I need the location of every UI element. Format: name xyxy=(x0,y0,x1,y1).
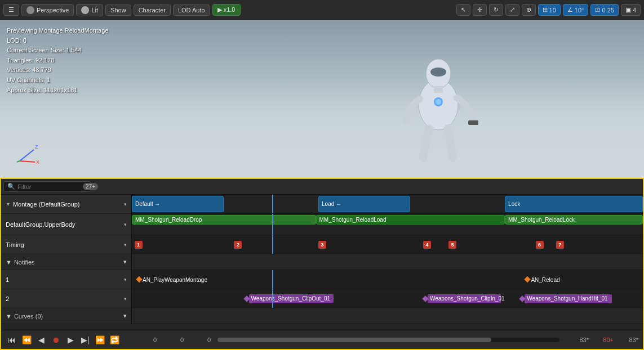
show-label: Show xyxy=(110,7,126,14)
timing-num-6[interactable]: 6 xyxy=(536,241,544,249)
clip-reload-drop[interactable]: MM_Shotgun_ReloadDrop xyxy=(132,215,316,225)
notify-2-label-text: 2 xyxy=(6,295,9,302)
robot-figure xyxy=(385,37,492,172)
play-button[interactable]: ▶ x1.0 xyxy=(212,4,241,16)
montage-label: ▼ Montage (DefaultGroup) ▾ xyxy=(1,195,132,213)
curves-dropdown-icon[interactable]: ▾ xyxy=(123,312,127,320)
notify-clipin-bar: Weapons_Shotgun_ClipIn_01 xyxy=(428,294,501,303)
montage-label-text: Montage (DefaultGroup) xyxy=(13,201,80,208)
record-button[interactable]: ⏺ xyxy=(50,334,62,346)
notify-clipin[interactable]: Weapons_Shotgun_ClipIn_01 xyxy=(423,294,501,303)
timing-num-2[interactable]: 2 xyxy=(234,241,242,249)
timing-num-4[interactable]: 4 xyxy=(423,241,431,249)
info-line6: UV Channels: 1 xyxy=(7,75,108,86)
notify-1-track[interactable]: AN_PlayWeaponMontage AN_Reload xyxy=(132,270,643,289)
expand-montage-icon[interactable]: ▼ xyxy=(6,201,11,207)
character-button[interactable]: Character xyxy=(134,5,171,16)
lit-button[interactable]: Lit xyxy=(76,4,103,16)
notify-play-weapon-diamond xyxy=(136,276,142,282)
notify-2-label: 2 ▾ xyxy=(1,289,132,308)
filter-input[interactable] xyxy=(17,183,79,190)
zoom-button[interactable]: ⊡ 0.25 xyxy=(590,4,618,16)
next-frame-button[interactable]: ⏩ xyxy=(94,334,106,346)
section-lock[interactable]: Lock xyxy=(505,196,643,212)
filter-box: 🔍 27+ xyxy=(3,181,91,192)
rotate-tool[interactable]: ↻ xyxy=(489,4,503,16)
timing-num-5[interactable]: 5 xyxy=(448,241,456,249)
notifies-expand-icon[interactable]: ▼ xyxy=(6,259,12,266)
clip-reload-lock-label: MM_Shotgun_ReloadLock xyxy=(508,217,575,223)
notify-clipout-bar: Weapons_Shotgun_ClipOut_01 xyxy=(249,294,334,303)
notifies-label-text: Notifies xyxy=(14,259,35,266)
notifies-dropdown-icon[interactable]: ▾ xyxy=(123,258,127,266)
playback-scrollbar[interactable] xyxy=(217,338,559,342)
timing-num-7[interactable]: 7 xyxy=(556,241,564,249)
timing-dropdown-icon[interactable]: ▾ xyxy=(124,242,127,248)
section-load[interactable]: Load ← xyxy=(318,196,410,212)
notify-2-track[interactable]: Weapons_Shotgun_ClipOut_01 Weapons_Shotg… xyxy=(132,289,643,308)
section-default[interactable]: Default → xyxy=(132,196,224,212)
montage-track[interactable]: Default → Load ← Lock xyxy=(132,195,643,213)
svg-rect-7 xyxy=(434,86,443,93)
section-lock-label: Lock xyxy=(508,201,520,207)
toolbar-right: ↖ ✛ ↻ ⤢ ⊕ ⊞ 10 ∠ 10° ⊡ 0.25 ▣ 4 xyxy=(456,4,641,16)
timing-num-1[interactable]: 1 xyxy=(135,241,143,249)
scale-tool[interactable]: ⤢ xyxy=(505,4,519,16)
move-tool[interactable]: ✛ xyxy=(473,4,487,16)
play-pause-button[interactable]: ▶ xyxy=(64,334,77,346)
prev-frame-button[interactable]: ⏪ xyxy=(20,334,33,346)
timing-row: Timing ▾ 1 2 3 4 5 6 7 xyxy=(1,235,643,254)
notify-clipout[interactable]: Weapons_Shotgun_ClipOut_01 xyxy=(245,294,334,303)
screen-button[interactable]: ▣ 4 xyxy=(621,4,641,16)
notify-play-weapon-label: AN_PlayWeaponMontage xyxy=(143,276,207,282)
timing-track[interactable]: 1 2 3 4 5 6 7 xyxy=(132,235,643,254)
timeline-rows: ▼ Montage (DefaultGroup) ▾ Default → Loa… xyxy=(1,195,643,330)
next-button[interactable]: ▶| xyxy=(79,334,91,346)
show-button[interactable]: Show xyxy=(105,5,131,16)
lod-button[interactable]: LOD Auto xyxy=(173,5,210,16)
montage-dropdown-icon[interactable]: ▾ xyxy=(124,201,127,207)
upperbody-track[interactable]: MM_Shotgun_ReloadDrop MM_Shotgun_ReloadL… xyxy=(132,214,643,235)
svg-point-11 xyxy=(430,68,446,77)
notify-play-weapon[interactable]: AN_PlayWeaponMontage xyxy=(137,276,207,282)
loop-button[interactable]: 🔁 xyxy=(108,334,121,346)
pb-time-mid: 0 xyxy=(161,336,184,343)
viewport-info: Previewing Montage ReloadMontage LOD: 0 … xyxy=(7,26,108,95)
upperbody-dropdown-icon[interactable]: ▾ xyxy=(124,222,127,227)
notify-1-label: 1 ▾ xyxy=(1,270,132,289)
select-tool[interactable]: ↖ xyxy=(456,4,470,16)
notify-2-dropdown-icon[interactable]: ▾ xyxy=(124,296,127,302)
lod-label: LOD Auto xyxy=(178,7,205,14)
svg-point-9 xyxy=(436,99,441,105)
menu-icon: ☰ xyxy=(8,6,14,14)
pb-time-left: 0 xyxy=(134,336,157,343)
clip-reload-lock[interactable]: MM_Shotgun_ReloadLock xyxy=(505,215,643,225)
lit-icon xyxy=(81,6,89,14)
clip-reload-drop-label: MM_Shotgun_ReloadDrop xyxy=(135,217,202,223)
menu-button[interactable]: ☰ xyxy=(3,4,19,16)
begin-button[interactable]: ⏮ xyxy=(6,334,18,346)
prev-button[interactable]: ◀ xyxy=(35,334,47,346)
curves-expand-icon[interactable]: ▼ xyxy=(6,313,12,320)
pb-time-red: 80+ xyxy=(591,336,614,343)
notify-reload[interactable]: AN_Reload xyxy=(525,276,559,282)
pb-time-end: 83* xyxy=(566,336,589,343)
notify-reload-label: AN_Reload xyxy=(531,276,559,282)
timing-num-3[interactable]: 3 xyxy=(318,241,326,249)
info-line3: Current Screen Size: 1.544 xyxy=(7,46,108,56)
svg-line-2 xyxy=(20,161,35,162)
viewport[interactable]: Previewing Montage ReloadMontage LOD: 0 … xyxy=(0,20,644,178)
notify-handhit[interactable]: Weapons_Shotgun_HandHit_01 xyxy=(520,294,612,303)
pb-time-mid2: 0 xyxy=(188,336,211,343)
search-icon: 🔍 xyxy=(7,183,15,190)
notify-1-dropdown-icon[interactable]: ▾ xyxy=(124,277,127,282)
axis-widget: Z X xyxy=(11,138,42,169)
transform-tool[interactable]: ⊕ xyxy=(522,4,536,16)
angle-button[interactable]: ∠ 10° xyxy=(563,4,589,16)
grid-button[interactable]: ⊞ 10 xyxy=(538,4,561,16)
grid-num: 10 xyxy=(549,7,556,14)
clip-reload-load[interactable]: MM_Shotgun_ReloadLoad xyxy=(316,215,505,225)
track-playhead xyxy=(272,195,273,213)
perspective-icon xyxy=(26,6,34,14)
perspective-button[interactable]: Perspective xyxy=(21,4,74,16)
